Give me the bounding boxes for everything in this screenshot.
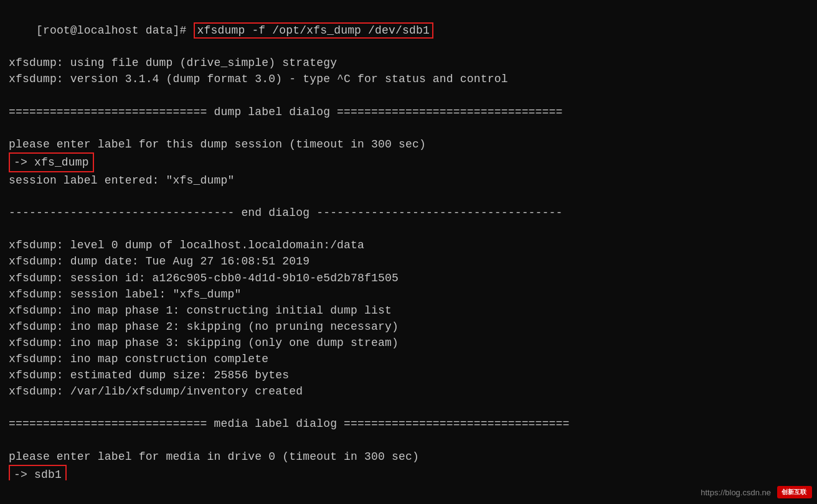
input-xfs-dump-line: -> xfs_dump: [9, 152, 808, 172]
output-line-3: xfsdump: version 3.1.4 (dump format 3.0)…: [9, 71, 808, 87]
xfs-dump-input: -> xfs_dump: [9, 152, 94, 172]
ino-map-2: xfsdump: ino map phase 2: skipping (no p…: [9, 319, 808, 335]
ino-map-complete: xfsdump: ino map construction complete: [9, 351, 808, 367]
dump-label-dialog: ============================= dump label…: [9, 104, 808, 120]
command-highlight: xfsdump -f /opt/xfs_dump /dev/sdb1: [194, 22, 433, 39]
ino-map-3: xfsdump: ino map phase 3: skipping (only…: [9, 335, 808, 351]
empty-line-4: [9, 221, 808, 237]
session-label-entered: session label entered: "xfs_dump": [9, 172, 808, 189]
empty-line-6: [9, 432, 808, 448]
dump-level: xfsdump: level 0 dump of localhost.local…: [9, 237, 808, 253]
empty-line-1: [9, 87, 808, 103]
media-prompt-msg: please enter label for media in drive 0 …: [9, 449, 808, 465]
command-line: [root@localhost data]# xfsdump -f /opt/x…: [9, 6, 808, 55]
empty-line-2: [9, 120, 808, 136]
csdn-link[interactable]: https://blog.csdn.ne: [701, 488, 771, 497]
inventory-created: xfsdump: /var/lib/xfsdump/inventory crea…: [9, 383, 808, 399]
media-label-dialog: ============================= media labe…: [9, 416, 808, 432]
ino-map-1: xfsdump: ino map phase 1: constructing i…: [9, 302, 808, 319]
output-line-2: xfsdump: using file dump (drive_simple) …: [9, 55, 808, 71]
dump-size: xfsdump: estimated dump size: 25856 byte…: [9, 367, 808, 383]
session-label: xfsdump: session label: "xfs_dump": [9, 286, 808, 302]
prompt: [root@localhost data]#: [36, 24, 194, 37]
csdn-logo: 创新互联: [777, 486, 812, 498]
dump-date: xfsdump: dump date: Tue Aug 27 16:08:51 …: [9, 253, 808, 269]
empty-line-3: [9, 189, 808, 205]
bottom-bar: https://blog.csdn.ne 创新互联: [0, 480, 817, 504]
logo-text: 创新互联: [782, 488, 806, 497]
terminal: [root@localhost data]# xfsdump -f /opt/x…: [0, 0, 817, 504]
empty-line-5: [9, 399, 808, 416]
session-id: xfsdump: session id: a126c905-cbb0-4d1d-…: [9, 270, 808, 286]
prompt-label-msg: please enter label for this dump session…: [9, 136, 808, 152]
end-dialog: --------------------------------- end di…: [9, 205, 808, 221]
